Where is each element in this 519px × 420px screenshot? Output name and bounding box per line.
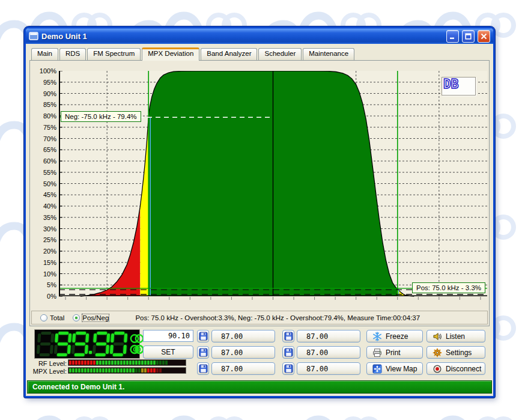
action-button-label: Print	[386, 348, 401, 357]
save-disk-icon	[199, 332, 208, 341]
level-segment	[87, 361, 90, 365]
preset-frequency-button[interactable]: 87.00	[297, 330, 360, 342]
neg-deviation-tooltip: Neg: -75.0 kHz - 79.4%	[61, 111, 141, 122]
level-segment	[159, 361, 162, 365]
level-segment	[117, 368, 120, 373]
level-segment	[150, 361, 153, 365]
y-axis-label: 50%	[31, 181, 56, 187]
level-segment	[120, 361, 123, 365]
action-button-label: Freeze	[386, 332, 408, 341]
level-segment	[135, 361, 138, 365]
radio-pos-neg-label[interactable]: Pos/Neg	[82, 314, 109, 321]
minimize-button[interactable]	[446, 30, 459, 43]
level-segment	[81, 368, 83, 373]
print-button[interactable]: Print	[366, 346, 423, 359]
level-segment	[162, 361, 165, 365]
y-axis-label: 80%	[31, 113, 56, 119]
gear-icon	[432, 348, 442, 358]
view-map-button[interactable]: View Map	[366, 362, 423, 375]
level-segment	[78, 361, 80, 365]
level-segment	[141, 361, 144, 365]
level-segment	[126, 361, 129, 365]
save-preset-button[interactable]	[197, 346, 209, 359]
level-segment	[153, 361, 156, 365]
level-segment	[81, 361, 83, 365]
connection-status-text: Connected to Demo Unit 1.	[32, 383, 124, 391]
save-preset-button[interactable]	[282, 346, 294, 359]
preset-frequency-button[interactable]: 87.00	[211, 346, 275, 359]
tab-main[interactable]: Main	[31, 48, 58, 60]
level-segment	[72, 361, 74, 365]
y-axis-label: 40%	[31, 203, 56, 209]
save-disk-icon	[284, 364, 293, 373]
frequency-input[interactable]	[143, 330, 193, 342]
y-axis-label: 70%	[31, 136, 56, 142]
save-preset-button[interactable]	[197, 362, 209, 375]
level-segment	[120, 368, 123, 373]
level-segment	[87, 368, 90, 373]
save-preset-button[interactable]	[197, 330, 209, 342]
title-bar[interactable]: Demo Unit 1	[26, 28, 493, 44]
y-axis-label: 45%	[31, 192, 56, 198]
tab-fm-spectrum[interactable]: FM Spectrum	[87, 48, 141, 60]
level-segment	[102, 368, 105, 373]
tab-maintenance[interactable]: Maintenance	[303, 48, 354, 60]
measure-options-strip: Total Pos/Neg Pos: 75.0 kHz - Overshoot:…	[31, 311, 488, 324]
connection-status-bar: Connected to Demo Unit 1.	[27, 380, 492, 394]
close-button[interactable]	[478, 30, 490, 43]
save-preset-button[interactable]	[282, 362, 294, 375]
chart-canvas	[59, 71, 487, 300]
y-axis-label: 65%	[31, 147, 56, 153]
maximize-button[interactable]	[462, 30, 475, 43]
listen-button[interactable]: Listen	[426, 330, 485, 342]
radio-pos-neg[interactable]	[73, 314, 80, 321]
radio-total-label[interactable]: Total	[50, 314, 64, 321]
y-axis-label: 30%	[31, 226, 56, 232]
y-axis-label: 60%	[31, 158, 56, 164]
tab-scheduler[interactable]: Scheduler	[258, 48, 302, 60]
rf-level-label: RF Level:	[31, 360, 67, 367]
y-axis-label: 20%	[31, 248, 56, 254]
tab-rds[interactable]: RDS	[59, 48, 86, 60]
led-decimal-point	[89, 351, 92, 354]
disconnect-button[interactable]: Disconnect	[426, 362, 485, 375]
settings-button[interactable]: Settings	[426, 346, 485, 359]
snowflake-icon	[372, 332, 382, 341]
y-axis-label: 75%	[31, 124, 56, 130]
level-segment	[150, 368, 153, 373]
radio-total[interactable]	[40, 314, 47, 321]
level-segment	[102, 361, 105, 365]
level-segment	[90, 361, 93, 365]
level-segment	[117, 361, 120, 365]
level-segment	[105, 361, 108, 365]
level-segment	[90, 368, 93, 373]
tab-mpx-deviation[interactable]: MPX Deviation	[142, 47, 199, 61]
led-digit	[54, 332, 72, 356]
preset-frequency-button[interactable]: 87.00	[297, 346, 360, 359]
app-icon	[29, 31, 38, 41]
level-segment	[132, 361, 135, 365]
save-preset-button[interactable]	[282, 330, 294, 342]
level-segment	[123, 368, 126, 373]
level-segment	[96, 361, 99, 365]
preset-frequency-button[interactable]: 87.00	[297, 362, 360, 375]
frequency-led-display	[34, 329, 140, 359]
level-segment	[75, 368, 77, 373]
save-disk-icon	[284, 332, 293, 341]
level-segment	[78, 368, 80, 373]
preset-frequency-button[interactable]: 87.00	[211, 330, 275, 342]
level-segment	[144, 368, 147, 373]
level-segment	[147, 368, 150, 373]
level-segment	[75, 361, 77, 365]
level-segment	[108, 361, 111, 365]
level-segment	[132, 368, 135, 373]
freeze-button[interactable]: Freeze	[366, 330, 423, 342]
level-segment	[72, 368, 74, 373]
save-disk-icon	[284, 348, 293, 357]
minimize-icon	[449, 33, 456, 40]
preset-frequency-button[interactable]: 87.00	[211, 362, 275, 375]
led-digit	[37, 332, 55, 356]
level-segment	[129, 368, 132, 373]
set-frequency-button[interactable]: SET	[143, 345, 193, 359]
tab-band-analyzer[interactable]: Band Analyzer	[201, 48, 257, 60]
